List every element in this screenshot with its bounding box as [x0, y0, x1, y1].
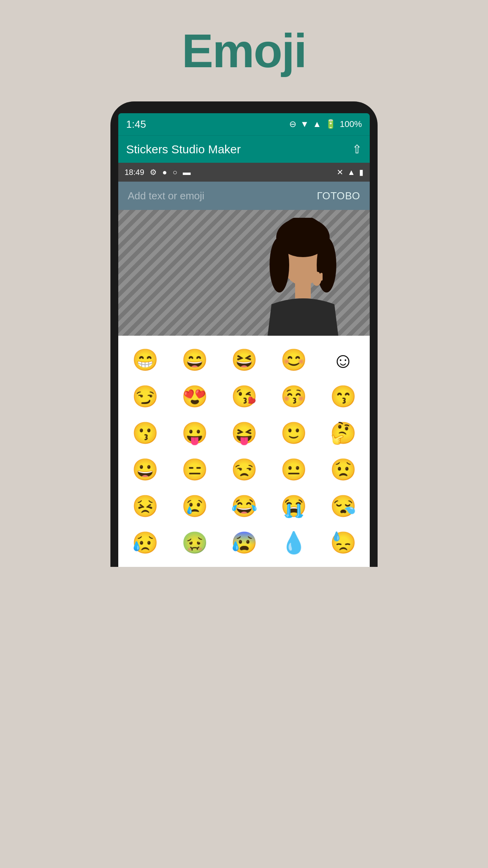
emoji-item[interactable]: 😏: [122, 380, 168, 413]
share-button[interactable]: ⇧: [352, 142, 362, 156]
emoji-item[interactable]: 😆: [221, 344, 267, 376]
svg-rect-8: [317, 272, 319, 281]
battery-icon: 🔋: [325, 119, 336, 129]
emoji-item[interactable]: 😝: [221, 417, 267, 449]
emoji-item[interactable]: 😐: [271, 453, 316, 486]
svg-point-3: [270, 237, 289, 292]
wifi-icon: ▼: [300, 119, 309, 129]
svg-rect-9: [320, 273, 323, 281]
status-bar-second: 18:49 ⚙ ● ○ ▬ ✕ ▲ ▮: [118, 163, 370, 182]
status-icons: ⊖ ▼ ▲ 🔋 100%: [289, 119, 362, 129]
emoji-item[interactable]: 😒: [221, 453, 267, 486]
status-right-group: ✕ ▲ ▮: [337, 167, 363, 177]
person-silhouette: [260, 218, 346, 336]
emoji-item[interactable]: 😛: [172, 417, 217, 449]
battery2-icon: ▮: [359, 167, 363, 177]
phone-screen: 1:45 ⊖ ▼ ▲ 🔋 100% Stickers Studio Maker …: [118, 113, 370, 567]
emoji-item[interactable]: ☺️: [320, 344, 366, 376]
sd-icon: ▬: [183, 168, 191, 177]
emoji-item[interactable]: 😣: [122, 490, 168, 522]
emoji-item[interactable]: 😑: [172, 453, 217, 486]
svg-rect-5: [295, 283, 311, 298]
emoji-text-input[interactable]: Add text or emoji: [128, 190, 204, 202]
do-not-disturb-icon: ⊖: [289, 119, 296, 129]
image-preview-area: [118, 210, 370, 336]
signal-icon: ▲: [313, 119, 321, 129]
emoji-item[interactable]: 😰: [221, 526, 267, 559]
emoji-item[interactable]: 😁: [122, 344, 168, 376]
emoji-item[interactable]: 😥: [122, 526, 168, 559]
emoji-item[interactable]: 😚: [271, 380, 316, 413]
emoji-item[interactable]: 😘: [221, 380, 267, 413]
app-bar-title: Stickers Studio Maker: [126, 143, 241, 156]
emoji-item[interactable]: 💧: [271, 526, 316, 559]
wifi-x-icon: ✕: [337, 167, 343, 177]
phone-device: 1:45 ⊖ ▼ ▲ 🔋 100% Stickers Studio Maker …: [110, 101, 378, 567]
emoji-grid: 😁😄😆😊☺️😏😍😘😚😙😗😛😝🙂🤔😀😑😒😐😟😣😢😂😭😪😥🤢😰💧😓: [118, 336, 370, 567]
emoji-item[interactable]: 😪: [320, 490, 366, 522]
svg-point-6: [312, 272, 321, 286]
emoji-item[interactable]: 😂: [221, 490, 267, 522]
second-status-time: 18:49: [125, 168, 144, 177]
battery-percent: 100%: [340, 119, 362, 129]
status-time: 1:45: [126, 118, 146, 131]
emoji-item[interactable]: 😟: [320, 453, 366, 486]
emoji-item[interactable]: 😊: [271, 344, 316, 376]
settings-icon: ⚙: [150, 167, 157, 177]
signal2-icon: ▲: [347, 168, 355, 177]
status-bar-top: 1:45 ⊖ ▼ ▲ 🔋 100%: [118, 113, 370, 135]
emoji-item[interactable]: 😓: [320, 526, 366, 559]
emoji-item[interactable]: 😢: [172, 490, 217, 522]
status-left-group: 18:49 ⚙ ● ○ ▬: [125, 167, 191, 177]
app-bar: Stickers Studio Maker ⇧: [118, 135, 370, 163]
location-icon: ●: [162, 168, 167, 177]
emoji-item[interactable]: 😀: [122, 453, 168, 486]
emoji-item[interactable]: 😙: [320, 380, 366, 413]
done-button[interactable]: ГОТОВО: [317, 190, 360, 202]
emoji-item[interactable]: 😭: [271, 490, 316, 522]
text-input-bar[interactable]: Add text or emoji ГОТОВО: [118, 182, 370, 210]
emoji-item[interactable]: 🙂: [271, 417, 316, 449]
emoji-item[interactable]: 😍: [172, 380, 217, 413]
emoji-item[interactable]: 😄: [172, 344, 217, 376]
emoji-item[interactable]: 🤢: [172, 526, 217, 559]
svg-rect-7: [314, 273, 316, 281]
circle-icon: ○: [172, 168, 177, 177]
page-title: Emoji: [182, 24, 306, 78]
emoji-item[interactable]: 😗: [122, 417, 168, 449]
emoji-item[interactable]: 🤔: [320, 417, 366, 449]
